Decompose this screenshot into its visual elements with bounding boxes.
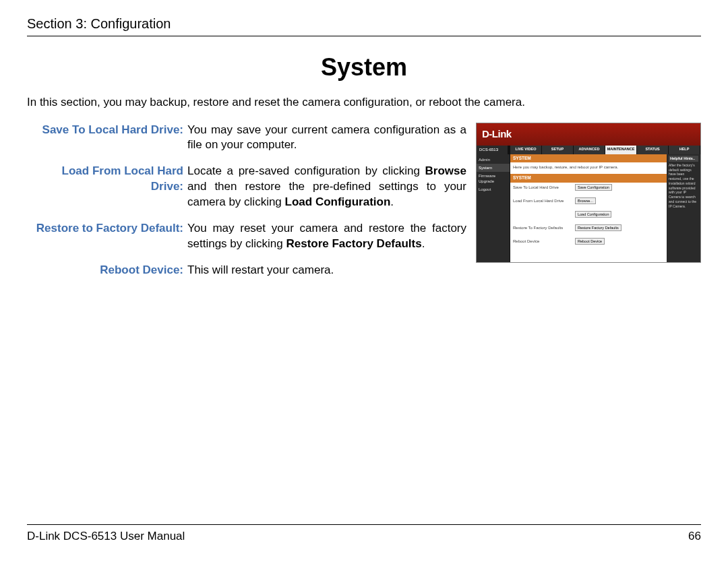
desc-save: You may save your current camera configu… <box>187 123 466 154</box>
tab-maintenance[interactable]: MAINTENANCE <box>605 146 637 154</box>
desc-load: Locate a pre-saved configuration by clic… <box>187 164 466 210</box>
save-configuration-button[interactable]: Save Configuration <box>575 184 612 191</box>
tab-help[interactable]: HELP <box>669 146 700 154</box>
shot-body: Admin System Firmware Upgrade Logout SYS… <box>477 154 700 262</box>
form-label: Restore To Factory Defaults <box>513 225 575 230</box>
load-configuration-button[interactable]: Load Configuration <box>575 211 611 218</box>
desc-restore: You may reset your camera and restore th… <box>187 221 466 252</box>
definition-list: Save To Local Hard Drive: You may save y… <box>27 123 466 290</box>
page-number: 66 <box>688 529 701 544</box>
hints-body: After the factory's default settings hav… <box>669 163 698 209</box>
form-row-restore: Restore To Factory Defaults Restore Fact… <box>513 224 664 231</box>
reboot-device-button[interactable]: Reboot Device <box>575 238 605 245</box>
term-save: Save To Local Hard Drive: <box>27 123 187 154</box>
definition-row: Save To Local Hard Drive: You may save y… <box>27 123 466 154</box>
browse-button[interactable]: Browse... <box>575 197 596 204</box>
sidebar-item-firmware[interactable]: Firmware Upgrade <box>477 172 510 185</box>
shot-model: DCS-6513 <box>477 146 510 154</box>
tab-advanced[interactable]: ADVANCED <box>574 146 605 154</box>
shot-hints: Helpful Hints.. After the factory's defa… <box>667 154 700 262</box>
panel-head-1: SYSTEM <box>510 154 667 163</box>
shot-navrow: DCS-6513 LIVE VIDEO SETUP ADVANCED MAINT… <box>477 146 700 154</box>
term-reboot: Reboot Device: <box>27 263 187 278</box>
tab-live-video[interactable]: LIVE VIDEO <box>510 146 542 154</box>
desc-reboot: This will restart your camera. <box>187 263 466 278</box>
shot-banner: D-Link <box>477 123 700 146</box>
shot-panel: SYSTEM Here you may backup, restore, and… <box>510 154 667 262</box>
dlink-logo: D-Link <box>482 127 512 141</box>
definition-row: Reboot Device: This will restart your ca… <box>27 263 466 278</box>
form-label: Save To Local Hard Drive <box>513 185 575 190</box>
panel-form: Save To Local Hard Drive Save Configurat… <box>510 183 667 253</box>
form-row-load: Load From Local Hard Drive Browse... <box>513 197 664 204</box>
sidebar-item-logout[interactable]: Logout <box>477 185 510 193</box>
definition-row: Load From Local Hard Drive: Locate a pre… <box>27 164 466 210</box>
panel-head-2: SYSTEM <box>510 174 667 183</box>
section-label: Section 3: Configuration <box>27 16 171 31</box>
form-row-loadconf: Load Configuration <box>513 211 664 218</box>
definition-row: Restore to Factory Default: You may rese… <box>27 221 466 252</box>
form-label: Reboot Device <box>513 239 575 244</box>
intro-text: In this section, you may backup, restore… <box>27 95 701 111</box>
content-area: Save To Local Hard Drive: You may save y… <box>27 123 701 290</box>
page-footer: D-Link DCS-6513 User Manual 66 <box>27 524 701 544</box>
term-restore: Restore to Factory Default: <box>27 221 187 252</box>
term-load: Load From Local Hard Drive: <box>27 164 187 210</box>
shot-sidebar: Admin System Firmware Upgrade Logout <box>477 154 510 262</box>
tab-setup[interactable]: SETUP <box>542 146 574 154</box>
sidebar-item-admin[interactable]: Admin <box>477 156 510 164</box>
restore-defaults-button[interactable]: Restore Factory Defaults <box>575 224 621 231</box>
form-row-save: Save To Local Hard Drive Save Configurat… <box>513 184 664 191</box>
page-title: System <box>27 51 701 84</box>
form-label: Load From Local Hard Drive <box>513 198 575 204</box>
panel-sub: Here you may backup, restore, and reboot… <box>510 162 667 174</box>
footer-left: D-Link DCS-6513 User Manual <box>27 529 185 544</box>
admin-screenshot: D-Link DCS-6513 LIVE VIDEO SETUP ADVANCE… <box>476 123 701 263</box>
hints-head: Helpful Hints.. <box>669 156 698 162</box>
form-row-reboot: Reboot Device Reboot Device <box>513 238 664 245</box>
tab-status[interactable]: STATUS <box>637 146 669 154</box>
page-header: Section 3: Configuration <box>27 15 701 36</box>
sidebar-item-system[interactable]: System <box>477 164 510 172</box>
